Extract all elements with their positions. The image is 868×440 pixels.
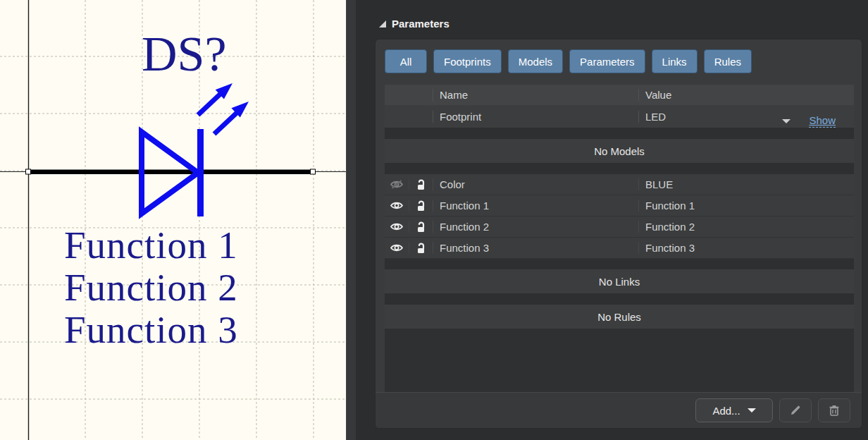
param-value: Function 3: [638, 242, 841, 254]
led-symbol[interactable]: [142, 83, 249, 216]
led-pin-wire[interactable]: [26, 169, 316, 174]
table-footer-bar: Add...: [376, 392, 862, 428]
header-name: Name: [433, 89, 638, 101]
show-link[interactable]: Show: [809, 114, 836, 128]
properties-panel: Parameters All Footprints Models Paramet…: [356, 0, 868, 440]
param-name: Function 3: [433, 242, 638, 254]
filter-tab-links[interactable]: Links: [652, 49, 698, 73]
unlocked-icon[interactable]: [416, 243, 426, 254]
parameters-table: Name Value Footprint LED Show: [385, 85, 854, 393]
param-name: Color: [433, 178, 638, 190]
param-name: Function 2: [433, 221, 638, 233]
param-value: Function 2: [638, 221, 841, 233]
no-models-band: No Models: [385, 139, 854, 163]
parameters-groupbox: All Footprints Models Parameters Links R…: [375, 39, 862, 429]
pencil-icon: [789, 404, 802, 417]
param-value: BLUE: [638, 178, 841, 190]
table-gap: [385, 293, 854, 305]
visibility-off-icon[interactable]: [390, 179, 403, 190]
edit-button[interactable]: [779, 398, 812, 422]
schematic-canvas[interactable]: DS? Function 1 Function 2 Function 3: [0, 0, 346, 440]
parameter-row-function2[interactable]: Function 2 Function 2: [385, 216, 854, 238]
parameter-row-function3[interactable]: Function 3 Function 3: [385, 238, 854, 259]
footprint-value: LED: [645, 111, 666, 123]
footprint-row[interactable]: Footprint LED Show: [385, 105, 854, 128]
altium-window: DS? Function 1 Function 2 Function 3 Par…: [0, 0, 868, 440]
parameter-row-color[interactable]: Color BLUE: [385, 174, 854, 195]
add-dropdown-icon: [748, 408, 756, 412]
unlocked-icon[interactable]: [416, 200, 426, 212]
function-label-3[interactable]: Function 3: [64, 310, 238, 349]
designator-label[interactable]: DS?: [142, 30, 240, 79]
filter-tab-footprints[interactable]: Footprints: [433, 49, 502, 73]
parameter-row-function1[interactable]: Function 1 Function 1: [385, 195, 854, 216]
function-label-1[interactable]: Function 1: [64, 226, 238, 264]
filter-tab-models[interactable]: Models: [508, 49, 563, 73]
table-gap: [385, 128, 854, 139]
filter-tab-rules[interactable]: Rules: [704, 49, 752, 73]
table-empty-area: [385, 329, 854, 393]
unlocked-icon[interactable]: [416, 221, 426, 233]
delete-button[interactable]: [818, 398, 850, 422]
add-button[interactable]: Add...: [695, 398, 773, 422]
filter-tab-parameters[interactable]: Parameters: [569, 49, 645, 73]
visibility-icon[interactable]: [390, 200, 403, 211]
footprint-name: Footprint: [433, 111, 638, 123]
param-value: Function 1: [638, 200, 841, 212]
filter-tab-all[interactable]: All: [385, 49, 427, 73]
table-gap: [385, 259, 854, 269]
param-name: Function 1: [433, 200, 638, 212]
trash-icon: [828, 404, 841, 417]
table-header-row: Name Value: [385, 85, 854, 105]
filter-tab-bar: All Footprints Models Parameters Links R…: [385, 49, 752, 73]
parameters-section-header[interactable]: Parameters: [379, 18, 450, 30]
footprint-value-cell[interactable]: LED Show: [638, 111, 841, 123]
panel-splitter[interactable]: [346, 0, 356, 440]
collapse-triangle-icon: [379, 20, 386, 28]
table-gap: [385, 163, 854, 174]
add-button-label: Add...: [712, 405, 740, 417]
footprint-dropdown-icon[interactable]: [782, 119, 790, 123]
visibility-icon[interactable]: [390, 243, 403, 253]
no-rules-band: No Rules: [385, 305, 854, 329]
function-label-2[interactable]: Function 2: [64, 268, 238, 307]
unlocked-icon[interactable]: [416, 179, 426, 190]
section-title: Parameters: [392, 18, 450, 30]
no-links-band: No Links: [385, 269, 854, 293]
header-value: Value: [638, 89, 841, 101]
visibility-icon[interactable]: [390, 221, 403, 232]
